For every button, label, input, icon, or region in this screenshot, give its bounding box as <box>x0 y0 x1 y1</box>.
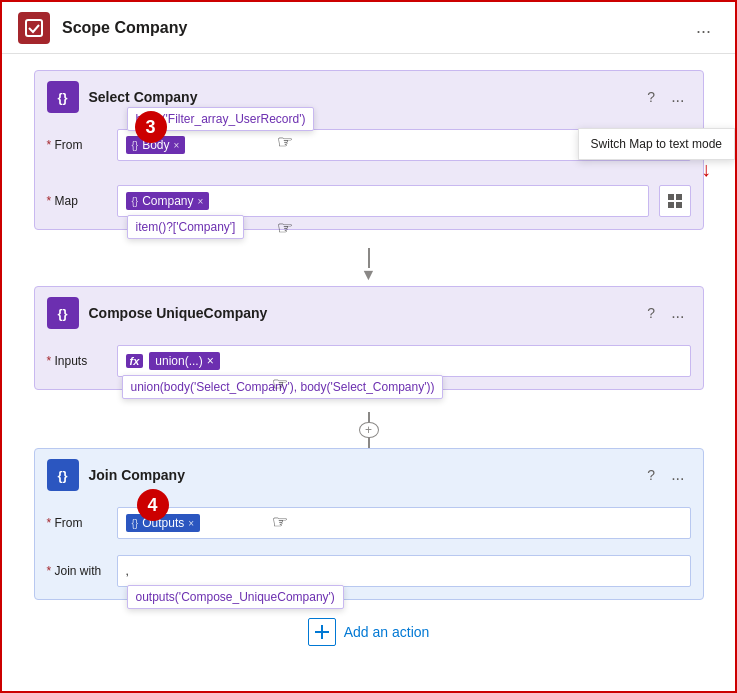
add-action-label: Add an action <box>344 624 430 640</box>
union-token-label: union(...) <box>155 354 202 368</box>
cursor-hand-map: ☞ <box>277 217 293 239</box>
add-action-button[interactable]: Add an action <box>288 608 450 656</box>
connector-2: + <box>359 412 379 448</box>
connector-1: ▼ <box>361 246 377 286</box>
inputs-label: * Inputs <box>47 354 107 368</box>
compose-card: {} Compose UniqueCompany ? ... * Inputs … <box>34 286 704 390</box>
join-body: * From {} Outputs × 4 <box>35 501 703 599</box>
map-field-row: * Map {} Company × <box>47 185 691 217</box>
outputs-tooltip: outputs('Compose_UniqueCompany') <box>127 585 344 609</box>
body-token-close[interactable]: × <box>174 140 180 151</box>
map-tooltip-text: item()?['Company'] <box>136 220 236 234</box>
union-token-close[interactable]: × <box>207 354 214 368</box>
join-with-container: * Join with , outputs('Compose_UniqueCom… <box>47 555 691 587</box>
svg-rect-4 <box>676 202 682 208</box>
select-company-help[interactable]: ? <box>647 89 655 105</box>
scope-title: Scope Company <box>62 19 676 37</box>
badge-4: 4 <box>137 489 169 521</box>
fx-icon: fx <box>126 354 144 368</box>
join-more[interactable]: ... <box>665 464 690 486</box>
inputs-row-container: * Inputs fx union(...) × union(body('Sel <box>47 345 691 377</box>
scope-header: Scope Company ... <box>2 2 735 54</box>
company-token: {} Company × <box>126 192 210 210</box>
union-token: union(...) × <box>149 352 219 370</box>
outputs-token-close[interactable]: × <box>188 518 194 529</box>
compose-more[interactable]: ... <box>665 302 690 324</box>
join-from-input[interactable]: {} Outputs × 4 <box>117 507 691 539</box>
map-field-input[interactable]: {} Company × <box>117 185 649 217</box>
select-company-icon: {} <box>47 81 79 113</box>
join-header: {} Join Company ? ... <box>35 449 703 501</box>
join-card: {} Join Company ? ... * From {} <box>34 448 704 600</box>
cursor-hand-from: ☞ <box>277 131 293 153</box>
select-icon-label: {} <box>57 90 67 105</box>
switch-mode-label: Switch Map to text mode <box>591 137 722 151</box>
svg-rect-1 <box>668 194 674 200</box>
outputs-token-icon: {} <box>132 518 139 529</box>
join-from-label: * From <box>47 516 107 530</box>
add-action-icon <box>308 618 336 646</box>
select-company-more[interactable]: ... <box>665 86 690 108</box>
compose-icon: {} <box>47 297 79 329</box>
inputs-field-input[interactable]: fx union(...) × <box>117 345 691 377</box>
join-with-row: * Join with , <box>47 555 691 587</box>
map-row-container: * Map {} Company × <box>47 185 691 217</box>
scope-container: Scope Company ... Switch Map to text mod… <box>0 0 737 693</box>
cursor-hand-join: ☞ <box>272 511 288 533</box>
compose-body: * Inputs fx union(...) × union(body('Sel <box>35 339 703 389</box>
compose-header: {} Compose UniqueCompany ? ... <box>35 287 703 339</box>
svg-rect-2 <box>676 194 682 200</box>
cursor-hand-inputs: ☞ <box>272 373 288 395</box>
badge-3: 3 <box>135 111 167 143</box>
join-help[interactable]: ? <box>647 467 655 483</box>
scope-icon <box>18 12 50 44</box>
select-company-title: Select Company <box>89 89 638 105</box>
join-icon: {} <box>47 459 79 491</box>
map-tooltip: item()?['Company'] <box>127 215 245 239</box>
svg-rect-0 <box>26 20 42 36</box>
join-with-value: , <box>126 564 129 578</box>
scope-more-button[interactable]: ... <box>688 13 719 42</box>
join-from-row: * From {} Outputs × 4 <box>47 507 691 539</box>
compose-title: Compose UniqueCompany <box>89 305 638 321</box>
map-icon-button[interactable] <box>659 185 691 217</box>
map-label: * Map <box>47 194 107 208</box>
join-icon-label: {} <box>57 468 67 483</box>
switch-mode-arrow: ↓ <box>701 158 711 181</box>
from-label: * From <box>47 138 107 152</box>
inputs-field-row: * Inputs fx union(...) × <box>47 345 691 377</box>
compose-help[interactable]: ? <box>647 305 655 321</box>
compose-icon-label: {} <box>57 306 67 321</box>
company-token-label: Company <box>142 194 193 208</box>
svg-rect-3 <box>668 202 674 208</box>
company-token-close[interactable]: × <box>198 196 204 207</box>
connector-plus[interactable]: + <box>359 422 379 439</box>
token-icon: {} <box>132 140 139 151</box>
outputs-tooltip-text: outputs('Compose_UniqueCompany') <box>136 590 335 604</box>
join-title: Join Company <box>89 467 638 483</box>
join-from-container: * From {} Outputs × 4 <box>47 507 691 539</box>
join-with-input[interactable]: , <box>117 555 691 587</box>
company-token-icon: {} <box>132 196 139 207</box>
join-with-label: * Join with <box>47 564 107 578</box>
switch-mode-tooltip: Switch Map to text mode <box>578 128 735 160</box>
